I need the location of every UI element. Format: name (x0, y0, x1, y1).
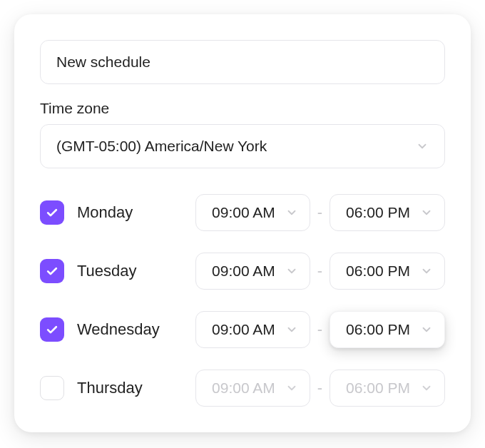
chevron-down-icon (420, 265, 433, 278)
timezone-value: (GMT-05:00) America/New York (56, 138, 267, 155)
chevron-down-icon (420, 323, 433, 336)
day-checkbox[interactable] (40, 259, 64, 283)
time-separator: - (317, 379, 322, 397)
chevron-down-icon (285, 265, 298, 278)
day-name-label: Wednesday (77, 320, 195, 339)
day-name-label: Thursday (77, 379, 195, 397)
time-separator: - (317, 262, 322, 280)
start-time-value: 09:00 AM (212, 321, 275, 338)
day-times: 09:00 AM-06:00 PM (195, 253, 445, 290)
day-row: Thursday09:00 AM-06:00 PM (40, 370, 445, 407)
end-time-value: 06:00 PM (346, 321, 410, 338)
day-times: 09:00 AM-06:00 PM (195, 370, 445, 407)
chevron-down-icon (285, 206, 298, 219)
day-name-label: Monday (77, 203, 195, 222)
day-row: Monday09:00 AM-06:00 PM (40, 194, 445, 231)
timezone-select[interactable]: (GMT-05:00) America/New York (40, 124, 445, 168)
end-time-select[interactable]: 06:00 PM (330, 311, 445, 348)
chevron-down-icon (420, 382, 433, 394)
end-time-value: 06:00 PM (346, 380, 410, 397)
day-name-label: Tuesday (77, 262, 195, 280)
end-time-value: 06:00 PM (346, 263, 410, 280)
day-checkbox[interactable] (40, 317, 64, 342)
schedule-name-input[interactable] (40, 40, 445, 84)
start-time-value: 09:00 AM (212, 204, 275, 221)
time-separator: - (317, 203, 322, 222)
day-times: 09:00 AM-06:00 PM (195, 194, 445, 231)
end-time-select[interactable]: 06:00 PM (330, 194, 445, 231)
end-time-select: 06:00 PM (330, 370, 445, 407)
chevron-down-icon (285, 323, 298, 336)
start-time-value: 09:00 AM (212, 380, 275, 397)
chevron-down-icon (285, 382, 298, 394)
day-row: Tuesday09:00 AM-06:00 PM (40, 253, 445, 290)
start-time-value: 09:00 AM (212, 263, 275, 280)
schedule-card: Time zone (GMT-05:00) America/New York M… (14, 14, 471, 432)
day-checkbox[interactable] (40, 200, 64, 225)
day-checkbox[interactable] (40, 376, 64, 400)
chevron-down-icon (416, 140, 429, 153)
timezone-label: Time zone (40, 100, 445, 117)
end-time-select[interactable]: 06:00 PM (330, 253, 445, 290)
start-time-select[interactable]: 09:00 AM (195, 311, 310, 348)
start-time-select[interactable]: 09:00 AM (195, 253, 310, 290)
start-time-select: 09:00 AM (195, 370, 310, 407)
chevron-down-icon (420, 206, 433, 219)
start-time-select[interactable]: 09:00 AM (195, 194, 310, 231)
days-list: Monday09:00 AM-06:00 PMTuesday09:00 AM-0… (40, 194, 445, 407)
time-separator: - (317, 320, 322, 339)
day-times: 09:00 AM-06:00 PM (195, 311, 445, 348)
end-time-value: 06:00 PM (346, 204, 410, 221)
day-row: Wednesday09:00 AM-06:00 PM (40, 311, 445, 348)
